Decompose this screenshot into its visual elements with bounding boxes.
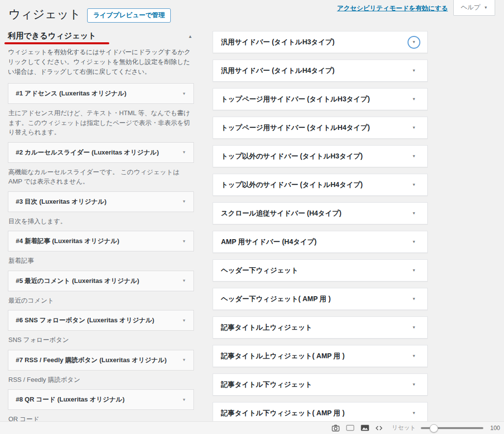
chevron-down-icon: ▼ <box>412 268 416 273</box>
chevron-down-icon: ▼ <box>412 154 416 158</box>
widget-card[interactable]: #6 SNS フォローボタン (Luxeritas オリジナル) ▼ <box>8 310 194 331</box>
widget-card[interactable]: #7 RSS / Feedly 購読ボタン (Luxeritas オリジナル) … <box>8 350 194 371</box>
widget-card[interactable]: #1 アドセンス (Luxeritas オリジナル) ▼ <box>8 83 194 104</box>
sidebar-drop-target[interactable]: 記事タイトル上ウィジェット( AMP 用 ) ▼ <box>213 345 428 367</box>
available-widgets-description: ウィジェットを有効化するにはサイドバーにドラッグするかクリックしてください。ウィ… <box>8 47 192 77</box>
widget-description: 高機能なカルーセルスライダーです。 このウィジェットは AMP では表示されませ… <box>8 167 192 186</box>
camera-icon[interactable] <box>332 425 340 432</box>
widget-title: #6 SNS フォローボタン (Luxeritas オリジナル) <box>16 316 154 325</box>
accessibility-mode-link[interactable]: アクセシビリティモードを有効にする <box>337 4 448 13</box>
chevron-down-icon[interactable]: ▼ <box>182 318 186 323</box>
widget-description: RSS / Feedly 購読ボタン <box>8 375 192 385</box>
sidebar-drop-target[interactable]: 記事タイトル下ウィジェット ▼ <box>213 373 428 396</box>
chevron-down-icon[interactable]: ▼ <box>182 279 186 283</box>
sidebar-drop-target[interactable]: ヘッダー下ウィジェット ▼ <box>213 259 428 281</box>
widget-description: 目次を挿入します。 <box>8 217 192 226</box>
image-icon[interactable] <box>361 425 369 431</box>
sidebar-label: ヘッダー下ウィジェット <box>221 266 298 275</box>
sidebar-toggle[interactable]: ▼ <box>408 93 420 106</box>
widget-description: 最近のコメント <box>8 296 192 306</box>
available-widgets-panel: 利用できるウィジェット ▲ ウィジェットを有効化するにはサイドバーにドラッグする… <box>8 31 195 431</box>
available-widgets-header: 利用できるウィジェット ▲ <box>8 31 195 41</box>
chevron-down-icon: ▼ <box>412 240 416 244</box>
sidebars-panel: 汎用サイドバー (タイトルH3タイプ) ▼ 汎用サイドバー (タイトルH4タイプ… <box>213 31 428 431</box>
page-title: ウィジェット <box>8 7 81 22</box>
sidebar-label: トップ以外のサイドバー (タイトルH3タイプ) <box>221 152 363 161</box>
sidebar-toggle[interactable]: ▼ <box>408 264 420 277</box>
collapse-panel-icon[interactable]: ▲ <box>188 34 192 39</box>
zoom-slider[interactable] <box>421 424 483 432</box>
sidebar-label: 汎用サイドバー (タイトルH3タイプ) <box>221 38 335 47</box>
zoom-slider-handle[interactable] <box>430 424 438 433</box>
chevron-down-icon: ▼ <box>412 411 416 415</box>
chevron-down-icon[interactable]: ▼ <box>182 92 186 96</box>
widget-card[interactable]: #2 カルーセルスライダー (Luxeritas オリジナル) ▼ <box>8 142 194 163</box>
screenshot-toolbar: リセット 100 <box>0 421 504 434</box>
widget-card[interactable]: #5 最近のコメント (Luxeritas オリジナル) ▼ <box>8 271 194 291</box>
chevron-down-icon: ▼ <box>412 68 416 73</box>
widget-title: #1 アドセンス (Luxeritas オリジナル) <box>16 89 126 98</box>
sidebar-label: 記事タイトル下ウィジェット( AMP 用 ) <box>221 409 345 418</box>
sidebar-drop-target[interactable]: スクロール追従サイドバー (H4タイプ) ▼ <box>213 202 428 224</box>
chevron-down-icon: ▼ <box>412 297 416 301</box>
sidebar-toggle[interactable]: ▼ <box>408 293 420 306</box>
manage-with-live-preview-button[interactable]: ライブプレビューで管理 <box>87 8 170 23</box>
widget-card[interactable]: #3 目次 (Luxeritas オリジナル) ▼ <box>8 191 194 212</box>
sidebar-drop-target[interactable]: トップページ用サイドバー (タイトルH4タイプ) ▼ <box>213 117 428 139</box>
sidebar-drop-target[interactable]: ヘッダー下ウィジェット( AMP 用 ) ▼ <box>213 288 428 310</box>
widget-list: #1 アドセンス (Luxeritas オリジナル) ▼ 主にアドセンス用だけど… <box>8 83 195 424</box>
sidebar-label: 記事タイトル下ウィジェット <box>221 380 312 389</box>
sidebar-label: 汎用サイドバー (タイトルH4タイプ) <box>221 66 335 75</box>
chevron-down-icon: ▼ <box>412 382 416 387</box>
sidebar-drop-target[interactable]: AMP 用サイドバー (H4タイプ) ▼ <box>213 231 428 253</box>
sidebar-drop-target[interactable]: トップページ用サイドバー (タイトルH3タイプ) ▼ <box>213 88 428 110</box>
help-dropdown-button[interactable]: ヘルプ ▼ <box>453 0 495 16</box>
chevron-down-icon: ▼ <box>412 183 416 187</box>
sidebar-drop-target[interactable]: 汎用サイドバー (タイトルH3タイプ) ▼ <box>213 31 428 53</box>
widget-card[interactable]: #4 新着記事 (Luxeritas オリジナル) ▼ <box>8 231 194 251</box>
sidebar-label: 記事タイトル上ウィジェット( AMP 用 ) <box>221 352 345 361</box>
chevron-down-icon: ▼ <box>412 97 416 101</box>
sidebar-label: トップページ用サイドバー (タイトルH4タイプ) <box>221 124 370 132</box>
sidebar-toggle[interactable]: ▼ <box>408 179 420 191</box>
sidebar-drop-target[interactable]: トップ以外のサイドバー (タイトルH4タイプ) ▼ <box>213 174 428 196</box>
sidebar-toggle[interactable]: ▼ <box>408 36 420 49</box>
widget-title: #4 新着記事 (Luxeritas オリジナル) <box>16 237 119 246</box>
chevron-down-icon: ▼ <box>412 40 416 44</box>
widget-title: #5 最近のコメント (Luxeritas オリジナル) <box>16 277 139 285</box>
sidebar-drop-target[interactable]: 汎用サイドバー (タイトルH4タイプ) ▼ <box>213 60 428 82</box>
sidebar-toggle[interactable]: ▼ <box>408 122 420 134</box>
sidebar-label: ヘッダー下ウィジェット( AMP 用 ) <box>221 295 331 304</box>
chevron-down-icon[interactable]: ▼ <box>182 358 186 362</box>
sidebar-drop-target[interactable]: トップ以外のサイドバー (タイトルH3タイプ) ▼ <box>213 145 428 167</box>
red-underline-annotation <box>4 42 109 44</box>
sidebar-label: トップページ用サイドバー (タイトルH3タイプ) <box>221 95 370 104</box>
chevron-down-icon[interactable]: ▼ <box>182 150 186 155</box>
available-widgets-heading: 利用できるウィジェット <box>8 31 96 41</box>
widget-description: 新着記事 <box>8 256 192 266</box>
sidebar-toggle[interactable]: ▼ <box>408 407 420 420</box>
chevron-down-icon: ▼ <box>484 5 488 10</box>
sidebar-label: 記事タイトル上ウィジェット <box>221 323 312 332</box>
chevron-down-icon: ▼ <box>412 125 416 130</box>
widget-card[interactable]: #8 QR コード (Luxeritas オリジナル) ▼ <box>8 389 194 410</box>
widget-title: #7 RSS / Feedly 購読ボタン (Luxeritas オリジナル) <box>16 356 167 365</box>
reset-button[interactable]: リセット <box>392 424 416 432</box>
code-icon[interactable] <box>376 425 382 431</box>
sidebar-toggle[interactable]: ▼ <box>408 150 420 163</box>
sidebar-toggle[interactable]: ▼ <box>408 207 420 220</box>
sidebar-toggle[interactable]: ▼ <box>408 321 420 334</box>
sidebar-toggle[interactable]: ▼ <box>408 64 420 77</box>
sidebar-toggle[interactable]: ▼ <box>408 350 420 363</box>
frame-icon[interactable] <box>346 425 354 431</box>
chevron-down-icon[interactable]: ▼ <box>182 398 186 402</box>
sidebar-toggle[interactable]: ▼ <box>408 378 420 391</box>
chevron-down-icon: ▼ <box>412 354 416 358</box>
sidebar-toggle[interactable]: ▼ <box>408 236 420 248</box>
chevron-down-icon[interactable]: ▼ <box>182 199 186 204</box>
widget-description: 主にアドセンス用だけど、テキスト・HTML 等、なんでも書けます。このウィジェッ… <box>8 108 192 137</box>
chevron-down-icon[interactable]: ▼ <box>182 239 186 244</box>
sidebar-drop-target[interactable]: 記事タイトル上ウィジェット ▼ <box>213 316 428 339</box>
widget-title: #3 目次 (Luxeritas オリジナル) <box>16 197 106 206</box>
widget-description: SNS フォローボタン <box>8 335 192 345</box>
